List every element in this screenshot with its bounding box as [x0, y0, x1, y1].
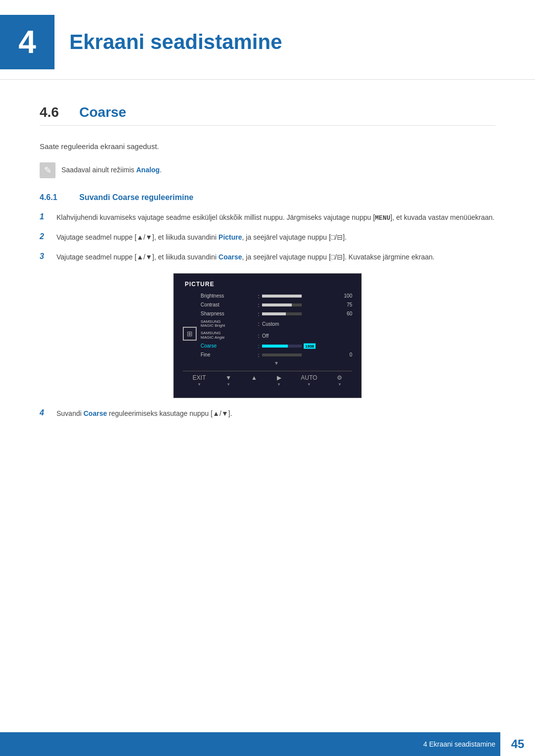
toolbar-up-icon: ▲: [251, 374, 257, 381]
toolbar-down-icon: ▼: [225, 374, 231, 381]
menu-item-value-magic-bright: Custom: [262, 321, 337, 327]
monitor-menu-title: PICTURE: [183, 281, 352, 288]
step-number-3: 3: [40, 252, 50, 261]
subsection-number: 4.6.1: [40, 193, 74, 202]
subsection-title: Suvandi Coarse reguleerimine: [79, 193, 193, 202]
step-1: 1 Klahvijuhendi kuvamiseks vajutage sead…: [40, 212, 495, 224]
step-number-2: 2: [40, 232, 50, 241]
step-2: 2 Vajutage seadmel nuppe [▲/▼], et liiku…: [40, 232, 495, 244]
menu-item-number-fine: 0: [337, 352, 352, 357]
toolbar-right-icon: ▶: [277, 374, 281, 381]
note-icon: [40, 162, 55, 178]
menu-item-value-coarse: 1938: [262, 345, 337, 348]
toolbar-auto-arrow: ▼: [307, 382, 311, 387]
toolbar-right-arrow: ▼: [277, 382, 281, 387]
step-text-4: Suvandi Coarse reguleerimiseks kasutage …: [56, 408, 495, 420]
menu-item-number-contrast: 75: [337, 302, 352, 307]
menu-item-number-brightness: 100: [337, 293, 352, 299]
toolbar-up: ▲: [251, 374, 257, 387]
chapter-number: 4: [0, 15, 54, 69]
chapter-title: Ekraani seadistamine: [69, 30, 282, 54]
menu-item-name-coarse: Coarse: [201, 343, 255, 349]
section-heading: 4.6 Coarse: [40, 104, 495, 126]
menu-item-number-sharpness: 60: [337, 311, 352, 316]
toolbar-auto: AUTO ▼: [301, 374, 317, 387]
note-box: Saadaval ainult režiimis Analog.: [40, 162, 495, 178]
menu-item-value-fine: [262, 353, 337, 356]
step-text-3: Vajutage seadmel nuppe [▲/▼], et liikuda…: [56, 252, 495, 263]
intro-text: Saate reguleerida ekraani sagedust.: [40, 141, 495, 152]
content-area: 4.6 Coarse Saate reguleerida ekraani sag…: [0, 80, 535, 467]
menu-row-magic-bright: SAMSUNG MAGIC Bright : Custom: [201, 318, 352, 330]
monitor-left-icons: ⊞: [183, 292, 197, 366]
page-footer: 4 Ekraani seadistamine 45: [0, 732, 535, 756]
menu-item-value-brightness: [262, 295, 337, 298]
footer-text: 4 Ekraani seadistamine: [423, 740, 495, 748]
menu-row-fine: Fine : 0: [201, 351, 352, 359]
menu-item-value-sharpness: [262, 312, 337, 315]
step-3: 3 Vajutage seadmel nuppe [▲/▼], et liiku…: [40, 252, 495, 263]
toolbar-right: ▶ ▼: [277, 374, 281, 387]
section-title: Coarse: [79, 104, 126, 120]
subsection-heading: 4.6.1 Suvandi Coarse reguleerimine: [40, 193, 495, 202]
menu-item-name-magic-bright: SAMSUNG MAGIC Bright: [201, 320, 255, 329]
menu-item-name-sharpness: Sharpness: [201, 311, 255, 317]
section-number: 4.6: [40, 104, 69, 120]
toolbar-down-arrow: ▼: [226, 382, 230, 387]
monitor-menu-list: Brightness : 100 Contrast :: [201, 292, 352, 366]
toolbar-down: ▼ ▼: [225, 374, 231, 387]
footer-page-number: 45: [500, 732, 535, 756]
menu-row-contrast: Contrast : 75: [201, 301, 352, 309]
menu-item-value-contrast: [262, 303, 337, 306]
menu-item-name-brightness: Brightness: [201, 293, 255, 299]
monitor-screenshot: PICTURE ⊞ Brightness :: [173, 273, 362, 398]
menu-row-sharpness: Sharpness : 60: [201, 309, 352, 318]
menu-row-coarse: Coarse : 1938: [201, 342, 352, 351]
menu-item-name-contrast: Contrast: [201, 302, 255, 308]
menu-row-brightness: Brightness : 100: [201, 292, 352, 301]
menu-item-value-magic-angle: Off: [262, 333, 337, 339]
monitor-menu-items: ⊞ Brightness : 100: [183, 292, 352, 366]
toolbar-settings: ⚙ ▼: [337, 374, 342, 387]
menu-item-name-fine: Fine: [201, 352, 255, 358]
toolbar-exit: EXIT ▼: [193, 374, 206, 387]
menu-item-name-magic-angle: SAMSUNG MAGIC Angle: [201, 331, 255, 340]
toolbar-auto-icon: AUTO: [301, 374, 317, 381]
step-number-1: 1: [40, 212, 50, 221]
menu-row-magic-angle: SAMSUNG MAGIC Angle : Off: [201, 330, 352, 342]
step-number-4: 4: [40, 408, 50, 417]
step-text-2: Vajutage seadmel nuppe [▲/▼], et liikuda…: [56, 232, 495, 244]
toolbar-exit-arrow: ▼: [197, 382, 201, 387]
toolbar-exit-icon: EXIT: [193, 374, 206, 381]
toolbar-settings-arrow: ▼: [338, 382, 342, 387]
note-text: Saadaval ainult režiimis Analog.: [61, 162, 161, 175]
step-text-1: Klahvijuhendi kuvamiseks vajutage seadme…: [56, 212, 495, 224]
monitor-icon: ⊞: [187, 330, 193, 338]
monitor-inner: PICTURE ⊞ Brightness :: [178, 278, 357, 394]
monitor-toolbar: EXIT ▼ ▼ ▼ ▲ ▶ ▼ AUTO ▼: [183, 371, 352, 387]
monitor-icon-box: ⊞: [183, 327, 197, 341]
toolbar-settings-icon: ⚙: [337, 374, 342, 381]
chapter-header: 4 Ekraani seadistamine: [0, 0, 535, 80]
step-4: 4 Suvandi Coarse reguleerimiseks kasutag…: [40, 408, 495, 420]
steps-list: 1 Klahvijuhendi kuvamiseks vajutage sead…: [40, 212, 495, 263]
